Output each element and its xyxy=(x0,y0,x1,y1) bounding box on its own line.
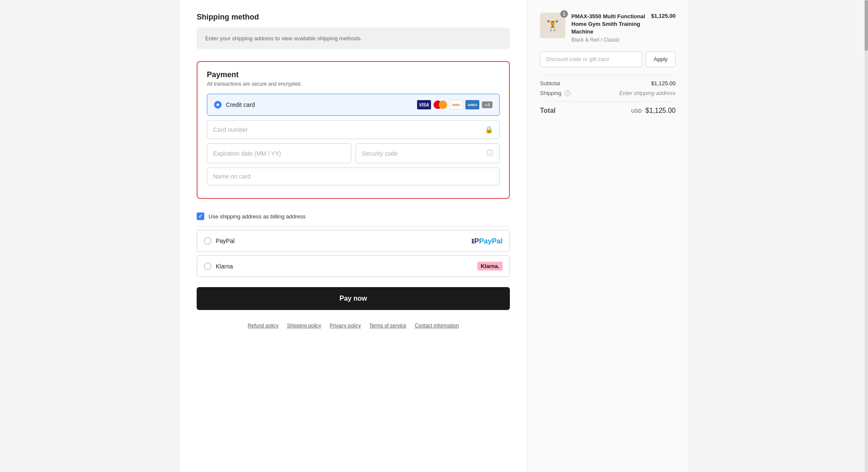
payment-section: Payment All transactions are secure and … xyxy=(197,61,510,199)
subtotal-value: $1,125.00 xyxy=(651,80,676,87)
contact-information-link[interactable]: Contact information xyxy=(415,323,459,329)
summary-divider-2 xyxy=(540,101,676,102)
total-row: Total USD $1,125.00 xyxy=(540,107,676,115)
more-cards-badge: +4 xyxy=(482,101,492,108)
product-image-wrap: 🏋️ 1 xyxy=(540,13,565,38)
card-icons: VISA DISC AMEX +4 xyxy=(417,100,492,109)
refund-policy-link[interactable]: Refund policy xyxy=(248,323,278,329)
billing-checkbox-label: Use shipping address as billing address xyxy=(209,213,306,220)
privacy-policy-link[interactable]: Privacy policy xyxy=(330,323,361,329)
shipping-row-label: Shipping ? xyxy=(540,90,570,97)
product-variant: Black & Red / Classic xyxy=(571,37,645,43)
name-on-card-field[interactable] xyxy=(207,168,500,185)
discount-input[interactable] xyxy=(540,51,642,67)
total-value-group: USD $1,125.00 xyxy=(631,107,676,115)
klarna-radio[interactable] xyxy=(204,263,211,270)
expiry-input[interactable] xyxy=(213,150,345,157)
security-code-field[interactable]: ⓘ xyxy=(356,143,500,163)
pay-now-button[interactable]: Pay now xyxy=(197,287,510,310)
footer-links: Refund policy Shipping policy Privacy po… xyxy=(197,310,510,337)
credit-card-radio[interactable] xyxy=(214,101,222,109)
discount-row: Apply xyxy=(540,51,676,67)
credit-card-option[interactable]: Credit card VISA DISC AMEX +4 xyxy=(207,94,500,116)
product-row: 🏋️ 1 PMAX-3550 Multi Functional Home Gym… xyxy=(540,13,676,43)
subtotal-row: Subtotal $1,125.00 xyxy=(540,80,676,87)
shipping-row-value: Enter shipping address xyxy=(619,90,676,96)
scrollbar[interactable] xyxy=(865,0,868,472)
mastercard-icon xyxy=(434,101,447,109)
payment-title: Payment xyxy=(207,70,500,79)
paypal-label: PayPal xyxy=(216,237,234,244)
shipping-placeholder: Enter your shipping address to view avai… xyxy=(197,28,510,49)
total-value: $1,125.00 xyxy=(645,107,676,114)
total-label: Total xyxy=(540,107,556,115)
apply-discount-button[interactable]: Apply xyxy=(645,51,676,67)
subtotal-label: Subtotal xyxy=(540,80,560,87)
klarna-option[interactable]: Klarna Klarna. xyxy=(197,255,510,277)
shipping-section-title: Shipping method xyxy=(197,13,510,22)
product-quantity-badge: 1 xyxy=(560,10,568,18)
product-price: $1,125.00 xyxy=(651,13,676,19)
summary-divider-1 xyxy=(540,75,676,75)
discover-icon: DISC xyxy=(450,100,463,109)
payment-subtitle: All transactions are secure and encrypte… xyxy=(207,81,500,87)
total-currency: USD xyxy=(631,108,642,114)
billing-checkbox-icon[interactable] xyxy=(197,212,204,220)
shipping-policy-link[interactable]: Shipping policy xyxy=(287,323,321,329)
product-info: PMAX-3550 Multi Functional Home Gym Smit… xyxy=(571,13,645,43)
paypal-radio[interactable] xyxy=(204,237,211,245)
expiry-field[interactable] xyxy=(207,143,351,163)
amex-icon: AMEX xyxy=(465,100,479,109)
terms-of-service-link[interactable]: Terms of service xyxy=(369,323,406,329)
security-code-input[interactable] xyxy=(362,150,487,157)
lock-icon: 🔒 xyxy=(485,126,493,134)
credit-card-label: Credit card xyxy=(226,101,255,108)
paypal-option[interactable]: PayPal ᵻPPayPal xyxy=(197,230,510,252)
name-on-card-input[interactable] xyxy=(213,173,493,180)
product-name: PMAX-3550 Multi Functional Home Gym Smit… xyxy=(571,13,645,36)
card-number-field[interactable]: 🔒 xyxy=(207,120,500,139)
visa-icon: VISA xyxy=(417,100,431,109)
order-summary-panel: 🏋️ 1 PMAX-3550 Multi Functional Home Gym… xyxy=(527,0,688,472)
shipping-info-icon[interactable]: ? xyxy=(565,90,570,96)
shipping-row: Shipping ? Enter shipping address xyxy=(540,90,676,97)
billing-checkbox-row[interactable]: Use shipping address as billing address xyxy=(197,207,510,226)
card-number-input[interactable] xyxy=(213,126,485,133)
help-icon[interactable]: ⓘ xyxy=(487,149,493,158)
scrollbar-thumb[interactable] xyxy=(865,0,868,51)
paypal-logo: ᵻPPayPal xyxy=(471,236,503,246)
klarna-label: Klarna xyxy=(216,263,233,270)
card-fields: 🔒 ⓘ xyxy=(207,120,500,185)
klarna-logo: Klarna. xyxy=(477,262,503,271)
